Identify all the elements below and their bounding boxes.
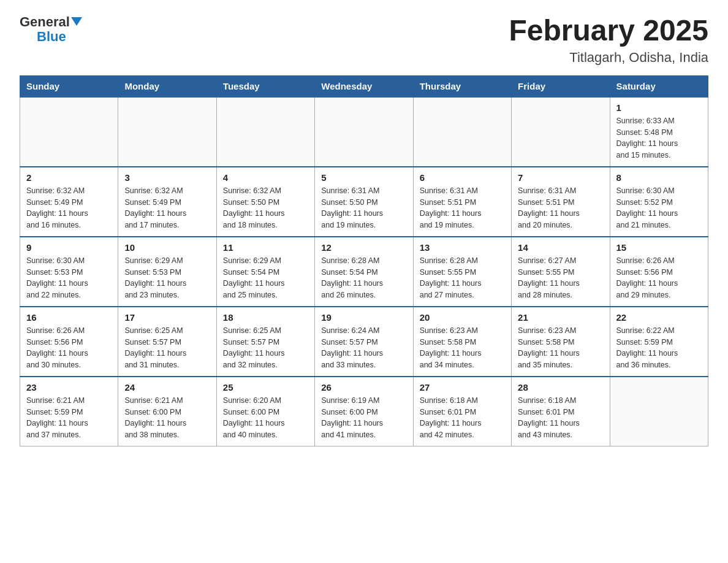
day-number: 18 [223, 312, 308, 323]
day-number: 10 [124, 242, 210, 253]
day-info: Sunrise: 6:23 AMSunset: 5:58 PMDaylight:… [420, 325, 505, 371]
table-row: 9Sunrise: 6:30 AMSunset: 5:53 PMDaylight… [20, 237, 118, 307]
table-row [118, 97, 216, 167]
table-row: 19Sunrise: 6:24 AMSunset: 5:57 PMDayligh… [315, 307, 413, 377]
table-row: 7Sunrise: 6:31 AMSunset: 5:51 PMDaylight… [512, 167, 610, 237]
day-info: Sunrise: 6:18 AMSunset: 6:01 PMDaylight:… [518, 395, 603, 441]
day-number: 27 [420, 382, 505, 393]
logo-line2: Blue [20, 29, 66, 44]
day-info: Sunrise: 6:21 AMSunset: 5:59 PMDaylight:… [26, 395, 112, 441]
day-info: Sunrise: 6:20 AMSunset: 6:00 PMDaylight:… [223, 395, 308, 441]
day-info: Sunrise: 6:21 AMSunset: 6:00 PMDaylight:… [124, 395, 210, 441]
day-number: 16 [26, 312, 112, 323]
day-info: Sunrise: 6:28 AMSunset: 5:55 PMDaylight:… [420, 255, 505, 301]
day-info: Sunrise: 6:29 AMSunset: 5:54 PMDaylight:… [223, 255, 308, 301]
day-number: 3 [124, 172, 210, 183]
table-row: 11Sunrise: 6:29 AMSunset: 5:54 PMDayligh… [216, 237, 314, 307]
day-number: 14 [518, 242, 603, 253]
day-number: 17 [124, 312, 210, 323]
day-info: Sunrise: 6:22 AMSunset: 5:59 PMDaylight:… [616, 325, 702, 371]
header-sunday: Sunday [20, 75, 118, 97]
page-header: General Blue February 2025 Titlagarh, Od… [20, 15, 708, 66]
day-info: Sunrise: 6:18 AMSunset: 6:01 PMDaylight:… [420, 395, 505, 441]
header-friday: Friday [512, 75, 610, 97]
day-info: Sunrise: 6:32 AMSunset: 5:50 PMDaylight:… [223, 185, 308, 231]
day-number: 7 [518, 172, 603, 183]
header-monday: Monday [118, 75, 216, 97]
day-number: 26 [321, 382, 406, 393]
day-number: 21 [518, 312, 603, 323]
logo-triangle-icon [71, 17, 82, 26]
days-header-row: Sunday Monday Tuesday Wednesday Thursday… [20, 75, 708, 97]
day-number: 4 [223, 172, 308, 183]
day-info: Sunrise: 6:26 AMSunset: 5:56 PMDaylight:… [616, 255, 702, 301]
day-info: Sunrise: 6:32 AMSunset: 5:49 PMDaylight:… [124, 185, 210, 231]
header-saturday: Saturday [610, 75, 708, 97]
table-row: 5Sunrise: 6:31 AMSunset: 5:50 PMDaylight… [315, 167, 413, 237]
day-number: 20 [420, 312, 505, 323]
header-wednesday: Wednesday [315, 75, 413, 97]
table-row: 12Sunrise: 6:28 AMSunset: 5:54 PMDayligh… [315, 237, 413, 307]
table-row: 28Sunrise: 6:18 AMSunset: 6:01 PMDayligh… [512, 377, 610, 446]
day-number: 19 [321, 312, 406, 323]
day-number: 9 [26, 242, 112, 253]
table-row: 13Sunrise: 6:28 AMSunset: 5:55 PMDayligh… [413, 237, 511, 307]
header-tuesday: Tuesday [216, 75, 314, 97]
day-number: 11 [223, 242, 308, 253]
table-row: 15Sunrise: 6:26 AMSunset: 5:56 PMDayligh… [610, 237, 708, 307]
day-number: 12 [321, 242, 406, 253]
table-row: 1Sunrise: 6:33 AMSunset: 5:48 PMDaylight… [610, 97, 708, 167]
table-row [512, 97, 610, 167]
day-info: Sunrise: 6:25 AMSunset: 5:57 PMDaylight:… [223, 325, 308, 371]
day-info: Sunrise: 6:29 AMSunset: 5:53 PMDaylight:… [124, 255, 210, 301]
logo-blue-text: Blue [37, 29, 66, 44]
table-row: 14Sunrise: 6:27 AMSunset: 5:55 PMDayligh… [512, 237, 610, 307]
day-number: 15 [616, 242, 702, 253]
table-row: 21Sunrise: 6:23 AMSunset: 5:58 PMDayligh… [512, 307, 610, 377]
table-row: 20Sunrise: 6:23 AMSunset: 5:58 PMDayligh… [413, 307, 511, 377]
day-number: 1 [616, 102, 702, 113]
day-info: Sunrise: 6:30 AMSunset: 5:52 PMDaylight:… [616, 185, 702, 231]
day-info: Sunrise: 6:31 AMSunset: 5:51 PMDaylight:… [420, 185, 505, 231]
day-info: Sunrise: 6:24 AMSunset: 5:57 PMDaylight:… [321, 325, 406, 371]
table-row [20, 97, 118, 167]
table-row: 27Sunrise: 6:18 AMSunset: 6:01 PMDayligh… [413, 377, 511, 446]
table-row: 25Sunrise: 6:20 AMSunset: 6:00 PMDayligh… [216, 377, 314, 446]
day-number: 25 [223, 382, 308, 393]
table-row: 22Sunrise: 6:22 AMSunset: 5:59 PMDayligh… [610, 307, 708, 377]
day-number: 8 [616, 172, 702, 183]
table-row: 2Sunrise: 6:32 AMSunset: 5:49 PMDaylight… [20, 167, 118, 237]
header-thursday: Thursday [413, 75, 511, 97]
table-row: 4Sunrise: 6:32 AMSunset: 5:50 PMDaylight… [216, 167, 314, 237]
day-info: Sunrise: 6:27 AMSunset: 5:55 PMDaylight:… [518, 255, 603, 301]
table-row: 6Sunrise: 6:31 AMSunset: 5:51 PMDaylight… [413, 167, 511, 237]
table-row: 8Sunrise: 6:30 AMSunset: 5:52 PMDaylight… [610, 167, 708, 237]
table-row: 3Sunrise: 6:32 AMSunset: 5:49 PMDaylight… [118, 167, 216, 237]
table-row [413, 97, 511, 167]
table-row: 10Sunrise: 6:29 AMSunset: 5:53 PMDayligh… [118, 237, 216, 307]
calendar-table: Sunday Monday Tuesday Wednesday Thursday… [20, 75, 708, 446]
calendar-title: February 2025 [509, 15, 708, 47]
table-row [610, 377, 708, 446]
logo-line1: General [20, 15, 82, 29]
day-info: Sunrise: 6:26 AMSunset: 5:56 PMDaylight:… [26, 325, 112, 371]
table-row [216, 97, 314, 167]
title-block: February 2025 Titlagarh, Odisha, India [509, 15, 708, 66]
table-row: 18Sunrise: 6:25 AMSunset: 5:57 PMDayligh… [216, 307, 314, 377]
day-number: 22 [616, 312, 702, 323]
day-info: Sunrise: 6:28 AMSunset: 5:54 PMDaylight:… [321, 255, 406, 301]
logo: General Blue [20, 15, 82, 44]
day-number: 6 [420, 172, 505, 183]
day-number: 24 [124, 382, 210, 393]
day-number: 13 [420, 242, 505, 253]
table-row: 16Sunrise: 6:26 AMSunset: 5:56 PMDayligh… [20, 307, 118, 377]
logo-general-text: General [20, 14, 82, 29]
table-row: 24Sunrise: 6:21 AMSunset: 6:00 PMDayligh… [118, 377, 216, 446]
day-info: Sunrise: 6:31 AMSunset: 5:51 PMDaylight:… [518, 185, 603, 231]
table-row: 17Sunrise: 6:25 AMSunset: 5:57 PMDayligh… [118, 307, 216, 377]
day-info: Sunrise: 6:30 AMSunset: 5:53 PMDaylight:… [26, 255, 112, 301]
day-info: Sunrise: 6:25 AMSunset: 5:57 PMDaylight:… [124, 325, 210, 371]
table-row: 23Sunrise: 6:21 AMSunset: 5:59 PMDayligh… [20, 377, 118, 446]
table-row [315, 97, 413, 167]
day-info: Sunrise: 6:31 AMSunset: 5:50 PMDaylight:… [321, 185, 406, 231]
